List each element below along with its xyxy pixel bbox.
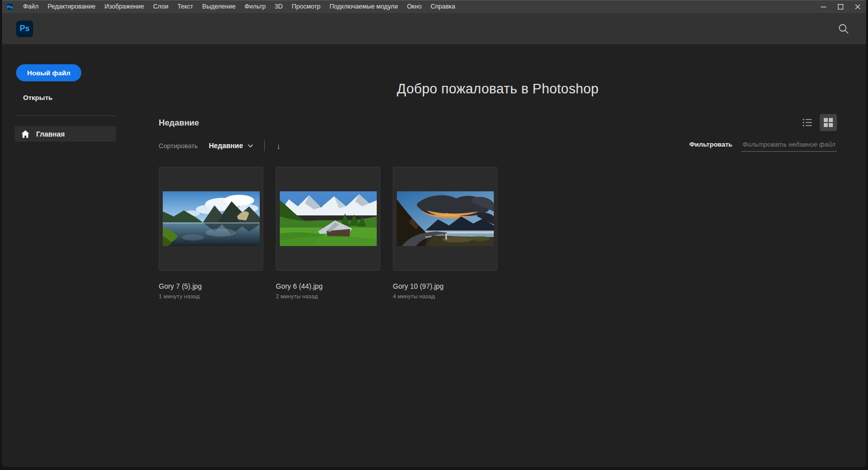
maximize-icon bbox=[838, 4, 843, 10]
new-file-button[interactable]: Новый файл bbox=[16, 64, 81, 81]
app-icon: Ps bbox=[6, 3, 14, 11]
search-icon bbox=[838, 23, 849, 35]
titlebar[interactable]: Ps ФайлРедактированиеИзображениеСлоиТекс… bbox=[2, 0, 866, 13]
filter-input[interactable] bbox=[741, 140, 837, 152]
sidebar-item-home-label: Главная bbox=[36, 130, 65, 138]
recent-file-card[interactable]: Gory 10 (97).jpg4 минуты назад bbox=[393, 167, 497, 299]
menu-view[interactable]: Просмотр bbox=[287, 1, 325, 13]
welcome-title: Добро пожаловать в Photoshop bbox=[159, 44, 837, 97]
close-button[interactable] bbox=[849, 1, 866, 13]
close-icon bbox=[855, 4, 860, 10]
sidebar-item-home[interactable]: Главная bbox=[15, 126, 116, 142]
menu-3d[interactable]: 3D bbox=[270, 1, 287, 13]
file-name: Gory 6 (44).jpg bbox=[276, 282, 380, 290]
open-button[interactable]: Открыть bbox=[23, 94, 53, 101]
photoshop-window: Ps ФайлРедактированиеИзображениеСлоиТекс… bbox=[2, 0, 866, 467]
menu-help[interactable]: Справка bbox=[426, 1, 460, 13]
view-toggles bbox=[799, 114, 837, 131]
sidebar: Новый файл Открыть Главная bbox=[2, 44, 129, 466]
file-modified-time: 1 минуту назад bbox=[159, 293, 263, 299]
menu-edit[interactable]: Редактирование bbox=[43, 1, 100, 13]
sort-dropdown[interactable]: Недавние bbox=[209, 142, 253, 150]
recent-file-card[interactable]: Gory 6 (44).jpg2 минуты назад bbox=[276, 167, 380, 299]
chevron-down-icon bbox=[248, 144, 253, 148]
content-area: Новый файл Открыть Главная Добро пожалов… bbox=[2, 44, 866, 466]
list-view-icon bbox=[802, 118, 812, 127]
photoshop-logo-text: Ps bbox=[20, 24, 30, 33]
home-icon bbox=[21, 130, 30, 138]
vertical-divider bbox=[264, 140, 265, 151]
photoshop-logo-icon: Ps bbox=[16, 21, 33, 37]
main-area: Добро пожаловать в Photoshop Недавние bbox=[129, 44, 866, 466]
menu-filter[interactable]: Фильтр bbox=[240, 1, 270, 13]
sort-direction-button[interactable]: ↓ bbox=[277, 142, 281, 150]
sort-dropdown-value: Недавние bbox=[209, 142, 243, 150]
menubar: ФайлРедактированиеИзображениеСлоиТекстВы… bbox=[19, 1, 460, 13]
menu-window[interactable]: Окно bbox=[402, 1, 426, 13]
menu-plugins[interactable]: Подключаемые модули bbox=[325, 1, 402, 13]
grid-view-icon bbox=[824, 118, 833, 127]
menu-image[interactable]: Изображение bbox=[100, 1, 149, 13]
sort-filter-row: Сортировать Недавние ↓ Фильтровать bbox=[159, 140, 837, 152]
thumbnail-alpine-meadow-barn-photo[interactable] bbox=[276, 167, 380, 271]
file-name: Gory 10 (97).jpg bbox=[393, 282, 497, 290]
recent-file-card[interactable]: Gory 7 (5).jpg1 минуту назад bbox=[159, 167, 263, 299]
minimize-icon bbox=[821, 4, 826, 10]
filter-group: Фильтровать bbox=[689, 140, 837, 152]
grid-view-button[interactable] bbox=[820, 114, 837, 131]
thumbnail-sunset-clouds-road-lake-photo[interactable] bbox=[393, 167, 497, 271]
menu-select[interactable]: Выделение bbox=[198, 1, 240, 13]
thumbnail-mountain-lake-photo[interactable] bbox=[159, 167, 263, 271]
app-header: Ps bbox=[2, 13, 866, 44]
menu-file[interactable]: Файл bbox=[19, 1, 43, 13]
maximize-button[interactable] bbox=[832, 1, 849, 13]
search-button[interactable] bbox=[836, 21, 851, 36]
sort-label: Сортировать bbox=[159, 142, 198, 150]
menu-type[interactable]: Текст bbox=[173, 1, 197, 13]
file-modified-time: 4 минуты назад bbox=[393, 293, 497, 299]
app-icon-text: Ps bbox=[7, 5, 13, 10]
arrow-down-icon: ↓ bbox=[277, 142, 281, 150]
file-modified-time: 2 минуты назад bbox=[276, 293, 380, 299]
window-controls bbox=[815, 1, 866, 13]
file-name: Gory 7 (5).jpg bbox=[159, 282, 263, 290]
recent-section-header: Недавние bbox=[159, 114, 837, 131]
filter-label: Фильтровать bbox=[689, 141, 732, 148]
list-view-button[interactable] bbox=[799, 114, 816, 131]
menu-layers[interactable]: Слои bbox=[149, 1, 173, 13]
minimize-button[interactable] bbox=[815, 1, 832, 13]
recent-files-grid: Gory 7 (5).jpg1 минуту назадGory 6 (44).… bbox=[159, 167, 837, 299]
sidebar-divider bbox=[16, 115, 116, 116]
recent-section-title: Недавние bbox=[159, 118, 199, 128]
